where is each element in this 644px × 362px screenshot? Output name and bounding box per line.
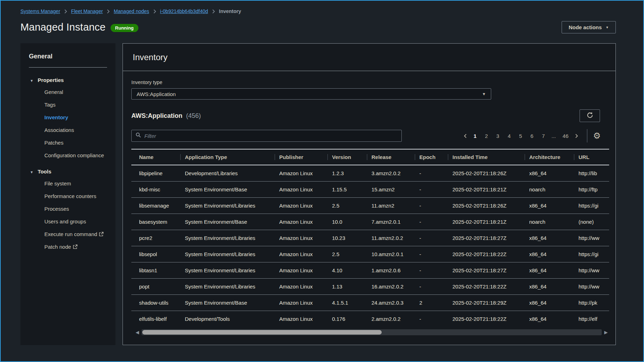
sidebar-item-patch-node[interactable]: Patch node	[44, 243, 107, 250]
table-cell: http://elf	[574, 311, 609, 327]
node-actions-button[interactable]: Node actions ▼	[562, 21, 616, 33]
table-cell: Amazon Linux	[275, 230, 328, 246]
table-cell: elfutils-libelf	[131, 311, 181, 327]
table-cell: 1.2.3	[328, 165, 367, 182]
sidebar-group-label: Properties	[38, 77, 64, 83]
sidebar-item-general[interactable]: General	[44, 89, 107, 96]
sidebar-group-tools[interactable]: ▼Tools	[30, 169, 107, 174]
table-cell: 2025-02-20T21:18:26Z	[448, 198, 525, 214]
table-cell: 2	[415, 295, 448, 311]
sidebar-item-tags[interactable]: Tags	[44, 101, 107, 108]
table-cell: 2025-02-20T21:18:27Z	[448, 230, 525, 246]
panel-title: Inventory	[133, 52, 606, 62]
breadcrumb-link[interactable]: Fleet Manager	[71, 8, 103, 14]
table-cell: x86_64	[525, 165, 574, 182]
table-cell: libtasn1	[131, 262, 181, 279]
table-cell: x86_64	[525, 246, 574, 262]
page-header: Managed Instance Running Node actions ▼	[20, 21, 616, 33]
sidebar-item-inventory[interactable]: Inventory	[44, 114, 107, 121]
table-cell: https://gi	[574, 246, 609, 262]
table-cell: 10.0	[328, 214, 367, 230]
sidebar-item-configuration-compliance[interactable]: Configuration compliance	[44, 152, 107, 159]
settings-gear-icon[interactable]: ⚙	[593, 132, 601, 140]
horizontal-scrollbar: ◀ ▶	[136, 329, 608, 335]
table-row: libsemanageSystem Environment/LibrariesA…	[131, 198, 609, 214]
table-cell: System Environment/Libraries	[181, 246, 275, 262]
breadcrumb-link[interactable]: i-0b9214bb64b3df40d	[160, 8, 208, 14]
sidebar-item-performance-counters[interactable]: Performance counters	[44, 193, 107, 200]
table-cell: http://ww	[574, 230, 609, 246]
scrollbar-thumb[interactable]	[142, 330, 382, 335]
pagination-page-4[interactable]: 4	[505, 131, 514, 141]
table-cell: Amazon Linux	[275, 182, 328, 198]
search-icon	[136, 132, 141, 139]
table-cell: http://ww	[574, 279, 609, 295]
scroll-left-icon[interactable]: ◀	[136, 330, 139, 335]
table-cell: https://gi	[574, 198, 609, 214]
page: Systems ManagerFleet ManagerManaged node…	[1, 8, 643, 345]
sidebar-item-associations[interactable]: Associations	[44, 127, 107, 134]
column-header-installed-time: Installed Time	[448, 149, 525, 165]
pagination-divider	[587, 129, 587, 142]
table-cell: Development/Tools	[181, 311, 275, 327]
sidebar-nav: ▼PropertiesGeneralTagsInventoryAssociati…	[29, 77, 107, 250]
refresh-button[interactable]	[580, 109, 600, 122]
table-cell: Amazon Linux	[275, 279, 328, 295]
breadcrumb-current: Inventory	[219, 8, 241, 14]
table-cell: 16.amzn2.0.2	[367, 279, 415, 295]
breadcrumb-link[interactable]: Managed nodes	[114, 8, 149, 14]
table-cell: x86_64	[525, 279, 574, 295]
pagination-page-46[interactable]: 46	[559, 131, 572, 141]
pagination-page-3[interactable]: 3	[493, 131, 502, 141]
pagination-page-5[interactable]: 5	[516, 131, 525, 141]
sidebar-divider	[29, 67, 107, 68]
table-cell: -	[415, 311, 448, 327]
column-header-publisher: Publisher	[275, 149, 328, 165]
sidebar-item-file-system[interactable]: File system	[44, 180, 107, 187]
page-title: Managed Instance	[20, 21, 106, 33]
filter-input[interactable]	[144, 133, 398, 139]
table-row: libpipelineDevelopment/LibrariesAmazon L…	[131, 165, 609, 182]
table-cell: noarch	[525, 182, 574, 198]
table-cell: System Environment/Libraries	[181, 262, 275, 279]
table-cell: 3.amzn2.0.2	[367, 165, 415, 182]
table-row: poptSystem Environment/LibrariesAmazon L…	[131, 279, 609, 295]
sidebar-item-patches[interactable]: Patches	[44, 139, 107, 146]
scroll-right-icon[interactable]: ▶	[604, 330, 608, 335]
table-cell: -	[415, 262, 448, 279]
table-cell: x86_64	[525, 311, 574, 327]
inventory-type-select[interactable]: AWS:Application ▼	[131, 88, 491, 100]
table-cell: kbd-misc	[131, 182, 181, 198]
table-cell: http://ww	[574, 262, 609, 279]
table-cell: 2025-02-20T21:18:22Z	[448, 279, 525, 295]
table-cell: 15.amzn2	[367, 182, 415, 198]
table-cell: -	[415, 198, 448, 214]
sidebar-item-execute-run-command[interactable]: Execute run command	[44, 231, 107, 238]
table-cell: 2025-02-20T21:18:27Z	[448, 262, 525, 279]
breadcrumb-separator-icon	[107, 9, 110, 14]
table-cell: Amazon Linux	[275, 311, 328, 327]
table-cell: 24.amzn2.0.3	[367, 295, 415, 311]
breadcrumb-separator-icon	[153, 9, 156, 14]
sidebar-heading: General	[29, 53, 107, 60]
table-row: elfutils-libelfDevelopment/ToolsAmazon L…	[131, 311, 609, 327]
table-cell: -	[415, 230, 448, 246]
column-header-url: URL	[574, 149, 609, 165]
column-header-application-type: Application Type	[181, 149, 275, 165]
table-row: shadow-utilsSystem Environment/BaseAmazo…	[131, 295, 609, 311]
table-cell: System Environment/Libraries	[181, 230, 275, 246]
pagination-page-6[interactable]: 6	[527, 131, 537, 141]
pagination-prev-icon[interactable]	[461, 132, 469, 140]
table-body: libpipelineDevelopment/LibrariesAmazon L…	[131, 165, 609, 327]
pagination-next-icon[interactable]	[573, 132, 581, 140]
scrollbar-track[interactable]	[142, 329, 602, 335]
sidebar-item-users-and-groups[interactable]: Users and groups	[44, 218, 107, 225]
sidebar-group-properties[interactable]: ▼Properties	[30, 77, 107, 83]
pagination-page-7[interactable]: 7	[539, 131, 548, 141]
pagination-page-1[interactable]: 1	[470, 131, 480, 141]
table-row: libsepolSystem Environment/LibrariesAmaz…	[131, 246, 609, 262]
breadcrumb-link[interactable]: Systems Manager	[20, 8, 60, 14]
pagination-page-2[interactable]: 2	[482, 131, 491, 141]
sidebar-item-processes[interactable]: Processes	[44, 205, 107, 212]
external-link-icon	[71, 244, 77, 250]
